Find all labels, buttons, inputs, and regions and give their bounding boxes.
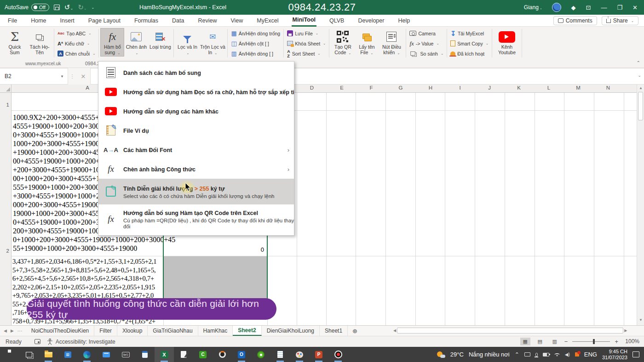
weather-icon[interactable]	[437, 351, 445, 358]
menu-item-huong-dan-ham-khac[interactable]: Hướng dẫn sử dụng các hàm khác	[98, 102, 294, 121]
vertical-scrollbar[interactable]: ▲ ▼	[637, 85, 644, 325]
normal-view-icon[interactable]: ▦	[520, 338, 530, 345]
file-explorer-button[interactable]	[39, 347, 58, 362]
tab-file[interactable]: File	[7, 15, 18, 27]
an-hien-cot-button[interactable]: ◫Ẩn/Hiện cột [ ]	[229, 39, 282, 48]
smart-copy-button[interactable]: Smart Copy⌄	[448, 39, 490, 48]
column-header-m[interactable]: M	[571, 85, 585, 90]
chen-chuoi-button[interactable]: AChèn chuỗi⌄	[56, 49, 97, 58]
tab-formulas[interactable]: Formulas	[133, 15, 159, 27]
tab-home[interactable]: Home	[30, 15, 47, 27]
sheet-nav-left-icon[interactable]: ◀	[4, 328, 7, 333]
column-header-i[interactable]: I	[453, 85, 467, 90]
weather-temp[interactable]: 29°C	[450, 351, 464, 358]
zoom-slider[interactable]	[572, 341, 610, 342]
camera-button[interactable]: Camera	[408, 28, 445, 38]
chen-anh-button[interactable]: Chèn ảnh ⌄	[124, 28, 148, 57]
microphone-tray-icon[interactable]	[535, 353, 538, 356]
tab-developer[interactable]: Developer	[357, 15, 385, 27]
diamond-icon[interactable]: ◆	[571, 4, 576, 11]
worksheet-grid[interactable]: 1000.9X2+200+3000+4555+194555+19000+1000…	[0, 93, 637, 325]
microsoft-store-button[interactable]: ⊞	[58, 347, 77, 362]
weather-desc[interactable]: Nắng nhiều nơi	[469, 351, 510, 358]
edge-button[interactable]	[77, 347, 97, 362]
share-button[interactable]: Share⌄	[602, 16, 638, 25]
new-sheet-button[interactable]: ⊕	[348, 326, 362, 336]
fx-to-value-button[interactable]: fx-> Value⌄	[408, 39, 445, 48]
kenh-youtube-button[interactable]: Kênh Youtube	[494, 28, 520, 56]
sheet-tab-sheet1[interactable]: Sheet1	[320, 326, 348, 336]
cancel-icon[interactable]: ✕	[76, 68, 90, 85]
row-header-2[interactable]: 2	[6, 248, 9, 254]
row-header-1[interactable]: 1	[6, 102, 9, 107]
screen-record-button[interactable]	[328, 347, 348, 362]
excel-button[interactable]: X	[155, 347, 174, 362]
clock[interactable]: 9:45 CH31/07/2023	[602, 349, 627, 361]
tab-myexcel[interactable]: MyExcel	[256, 15, 279, 27]
menu-item-doi-font[interactable]: A→A Các hàm Đổi Font ›	[98, 140, 294, 159]
sheet-tab-noichuoitheodieukien[interactable]: NoiChuoiTheoDieuKien	[26, 326, 94, 336]
khoa-sheet-button[interactable]: Khóa Sheet⌄	[285, 39, 328, 48]
column-header-a[interactable]: A	[80, 85, 94, 90]
scroll-down-icon[interactable]: ▼	[639, 318, 643, 322]
zoom-out-icon[interactable]: −	[564, 338, 568, 345]
hidden-icons-chevron[interactable]: ⌃	[515, 351, 519, 358]
sheet-nav-more-icon[interactable]: ⋯	[17, 328, 23, 334]
comments-button[interactable]: Comments	[553, 16, 597, 25]
column-header-k[interactable]: K	[512, 85, 526, 90]
camtasia-button[interactable]: C	[193, 347, 213, 362]
column-header-h[interactable]: H	[424, 85, 437, 90]
menu-item-file-vi-du[interactable]: File Ví dụ	[98, 121, 294, 140]
status-accessibility[interactable]: Accessibility: Investigate	[56, 339, 115, 345]
scroll-left-icon[interactable]: ◀	[393, 328, 396, 333]
tab-help[interactable]: Help	[397, 15, 411, 27]
action-center-icon[interactable]	[632, 351, 639, 357]
menu-item-tinh-dien-giai[interactable]: Tính Diễn giải khối lượng > 255 ký tự Se…	[98, 179, 294, 204]
select-all-corner[interactable]	[0, 85, 12, 93]
zoom-slider-thumb[interactable]	[593, 339, 595, 344]
coccoc-button[interactable]	[251, 347, 270, 362]
column-header-d[interactable]: D	[305, 85, 319, 90]
start-button[interactable]	[0, 347, 19, 362]
language-indicator[interactable]: ENG	[584, 351, 597, 358]
sheet-tab-giatrigiaonhau[interactable]: GiaTriGiaoNhau	[148, 326, 198, 336]
tab-review[interactable]: Review	[197, 15, 218, 27]
paint-button[interactable]	[290, 347, 309, 362]
zoom-level[interactable]: 100%	[623, 338, 639, 345]
chevron-down-icon[interactable]: ▼	[60, 74, 64, 79]
tab-insert[interactable]: Insert	[59, 15, 75, 27]
quick-sum-button[interactable]: Σ Quick Sum	[3, 28, 27, 56]
column-header-e[interactable]: E	[335, 85, 349, 90]
snagit-button[interactable]: S▸G	[116, 347, 135, 362]
tab-data[interactable]: Data	[171, 15, 185, 27]
column-header-f[interactable]: F	[364, 85, 378, 90]
tab-page-layout[interactable]: Page Layout	[87, 15, 121, 27]
horizontal-scrollbar[interactable]: ◀ ▶	[393, 326, 634, 335]
tab-qlvb[interactable]: QLVB	[328, 15, 345, 27]
column-header-g[interactable]: G	[394, 85, 408, 90]
scroll-right-icon[interactable]: ▶	[624, 328, 627, 333]
sheet-nav-right-icon[interactable]: ▶	[11, 328, 14, 333]
menu-item-huong-dan-qr[interactable]: fx Hướng dẫn bổ sung Hàm tạo QR Code trê…	[98, 204, 294, 234]
sheet-tab-xlookup[interactable]: Xlookup	[117, 326, 148, 336]
zoom-in-icon[interactable]: +	[615, 338, 618, 345]
notification-badge-icon[interactable]	[575, 352, 579, 356]
name-box[interactable]: B2▼	[0, 68, 68, 85]
notes-app-button[interactable]	[174, 347, 193, 362]
macro-record-icon[interactable]	[34, 339, 40, 344]
an-hien-dong-trong-button[interactable]: ▦Ẩn/Hiện dòng trống	[229, 28, 282, 38]
expand-formula-bar-icon[interactable]: ⌄	[638, 73, 641, 78]
volume-icon[interactable]: ◀)	[565, 352, 570, 357]
ribbon-display-options-icon[interactable]: ⊡	[586, 4, 591, 11]
task-view-button[interactable]	[19, 347, 39, 362]
page-layout-view-icon[interactable]: ▤	[535, 338, 545, 345]
vertical-scrollbar-thumb[interactable]	[638, 92, 643, 120]
loc-va-in-button[interactable]: Lọc và In ⌄	[175, 28, 199, 57]
tao-qr-code-button[interactable]: Tạo QR Code ⌄	[331, 28, 355, 57]
tai-myexcel-button[interactable]: ↧Tải MyExcel	[448, 28, 490, 38]
da-kich-hoat-button[interactable]: Đã kích hoạt	[448, 49, 490, 58]
menu-item-danh-sach[interactable]: Danh sách các hàm bổ sung	[98, 63, 294, 82]
sheet-tab-hamkhac[interactable]: HamKhac	[198, 326, 233, 336]
sheet-tab-filter[interactable]: Filter	[94, 326, 117, 336]
tron-loc-va-in-button[interactable]: ✉ Trộn Lọc và In ⌄	[199, 28, 226, 57]
